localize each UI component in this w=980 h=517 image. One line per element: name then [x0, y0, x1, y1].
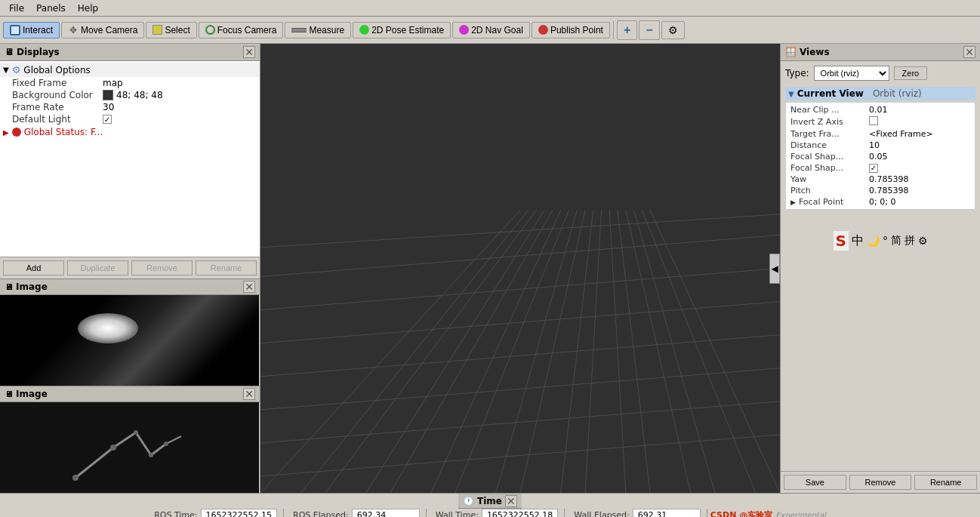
select-icon [153, 25, 162, 35]
move-camera-label: Move Camera [81, 25, 137, 35]
add-toolbar-button[interactable]: + [617, 20, 637, 40]
ros-time-value: 1652322552.15 [201, 509, 277, 517]
views-type-select[interactable]: Orbit (rviz) [814, 66, 889, 81]
expand-arrow-status: ▶ [3, 128, 9, 137]
menu-panels[interactable]: Panels [30, 2, 72, 15]
clock-icon: 🕐 [463, 496, 474, 506]
near-clip-value[interactable]: 0.01 [869, 105, 970, 115]
publish-point-label: Publish Point [550, 25, 603, 35]
image-panel-1-close[interactable]: ✕ [243, 281, 255, 293]
displays-panel: 🖥 Displays ✕ ▼ ⚙ Global Options Fixed Fr… [0, 44, 260, 279]
default-light-checkbox[interactable]: ✓ [103, 115, 112, 124]
pitch-label: Pitch [790, 186, 866, 195]
displays-tree: ▼ ⚙ Global Options Fixed Frame map Backg… [0, 61, 260, 257]
image-panel-2-title: Image [16, 389, 48, 399]
distance-value[interactable]: 10 [869, 140, 970, 150]
fixed-frame-value[interactable]: map [103, 78, 257, 88]
bg-color-text: 48; 48; 48 [116, 90, 163, 100]
focal-shape-2-checkbox[interactable]: ✓ [869, 163, 970, 173]
views-zero-button[interactable]: Zero [894, 66, 928, 80]
viewport-collapse-button[interactable]: ◀ [769, 254, 780, 284]
views-save-button[interactable]: Save [784, 475, 846, 490]
settings-icon: ⚙ [918, 235, 928, 247]
rename-display-button[interactable]: Rename [196, 260, 257, 275]
speech-icon: ° [883, 235, 888, 247]
image-panel-1-title: Image [16, 282, 48, 292]
nav-goal-button[interactable]: 2D Nav Goal [452, 22, 530, 38]
target-frame-value[interactable]: <Fixed Frame> [869, 129, 970, 139]
image-panel-1: 🖥 Image ✕ [0, 279, 260, 386]
measure-button[interactable]: Measure [285, 22, 351, 38]
menu-file[interactable]: File [3, 2, 30, 15]
main-content: 🖥 Displays ✕ ▼ ⚙ Global Options Fixed Fr… [0, 44, 980, 493]
focal-shape-1-value[interactable]: 0.05 [869, 152, 970, 162]
image-display-2 [0, 402, 259, 493]
move-camera-button[interactable]: ✥ Move Camera [61, 22, 144, 38]
nav-goal-icon [459, 25, 469, 35]
monitor-icon: 🖥 [5, 47, 14, 57]
pose-estimate-button[interactable]: 2D Pose Estimate [353, 22, 451, 38]
move-camera-icon: ✥ [68, 25, 79, 35]
pose-estimate-label: 2D Pose Estimate [371, 25, 444, 35]
yaw-value[interactable]: 0.785398 [869, 174, 970, 184]
views-remove-button[interactable]: Remove [849, 475, 912, 490]
interact-button[interactable]: Interact [3, 22, 60, 38]
prop-focal-point: ▶ Focal Point 0; 0; 0 [787, 196, 973, 208]
frame-rate-value[interactable]: 30 [103, 102, 257, 112]
select-button[interactable]: Select [146, 22, 196, 38]
global-options-header[interactable]: ▼ ⚙ Global Options [0, 63, 260, 77]
focal-point-value[interactable]: 0; 0; 0 [869, 197, 970, 207]
current-view-type: Orbit (rviz) [873, 88, 922, 99]
publish-point-icon [538, 25, 548, 35]
image-panel-2-close[interactable]: ✕ [243, 388, 255, 400]
svg-point-6 [72, 475, 79, 481]
focus-camera-button[interactable]: Focus Camera [199, 22, 284, 38]
svg-point-10 [164, 442, 168, 446]
prop-distance: Distance 10 [787, 140, 973, 151]
bg-color-row: Background Color 48; 48; 48 [0, 89, 260, 101]
frame-rate-row: Frame Rate 30 [0, 101, 260, 113]
wall-elapsed-label: Wall Elapsed: [574, 510, 629, 517]
views-panel-close[interactable]: ✕ [963, 46, 975, 58]
menu-help[interactable]: Help [72, 2, 104, 15]
add-display-button[interactable]: Add [3, 260, 64, 275]
bg-color-value[interactable]: 48; 48; 48 [103, 90, 257, 100]
simplified-label: 简 [891, 234, 901, 248]
duplicate-display-button[interactable]: Duplicate [67, 260, 128, 275]
prop-focal-shape-2: Focal Shap... ✓ [787, 162, 973, 174]
invert-z-checkbox[interactable] [869, 116, 970, 128]
global-status-label: Global Status: F... [24, 127, 103, 137]
views-rename-button[interactable]: Rename [914, 475, 977, 490]
remove-display-button[interactable]: Remove [131, 260, 193, 275]
displays-panel-close[interactable]: ✕ [243, 46, 255, 58]
yaw-label: Yaw [790, 174, 866, 184]
focal-point-label: Focal Point [799, 197, 843, 207]
focal-shape-2-check[interactable]: ✓ [869, 164, 878, 173]
pinyin-label: 拼 [904, 234, 915, 248]
image-canvas-1 [0, 295, 259, 386]
default-light-value[interactable]: ✓ [103, 115, 257, 124]
pitch-value[interactable]: 0.785398 [869, 186, 970, 195]
image-canvas-2 [0, 402, 259, 493]
fixed-frame-label: Fixed Frame [12, 78, 103, 88]
settings-toolbar-button[interactable]: ⚙ [661, 21, 685, 39]
invert-z-check[interactable] [869, 116, 878, 125]
left-panel: 🖥 Displays ✕ ▼ ⚙ Global Options Fixed Fr… [0, 44, 260, 493]
interact-icon [10, 25, 20, 35]
prop-pitch: Pitch 0.785398 [787, 185, 973, 196]
s-logo: S [834, 231, 849, 251]
time-panel-close[interactable]: ✕ [505, 495, 517, 507]
global-status-row[interactable]: ▶ Global Status: F... [0, 125, 260, 139]
menubar: File Panels Help [0, 0, 980, 17]
focal-shape-1-label: Focal Shap... [790, 152, 866, 162]
frame-rate-label: Frame Rate [12, 102, 103, 112]
svg-rect-11 [260, 44, 780, 493]
viewport[interactable]: ◀ [260, 44, 780, 493]
displays-buttons: Add Duplicate Remove Rename [0, 257, 260, 279]
publish-point-button[interactable]: Publish Point [532, 22, 610, 38]
focal-point-expand[interactable]: ▶ Focal Point [790, 197, 866, 207]
nav-goal-label: 2D Nav Goal [471, 25, 523, 35]
remove-toolbar-button[interactable]: − [639, 20, 659, 40]
current-view-header[interactable]: ▼ Current View Orbit (rviz) [785, 87, 975, 100]
fixed-frame-row: Fixed Frame map [0, 77, 260, 89]
